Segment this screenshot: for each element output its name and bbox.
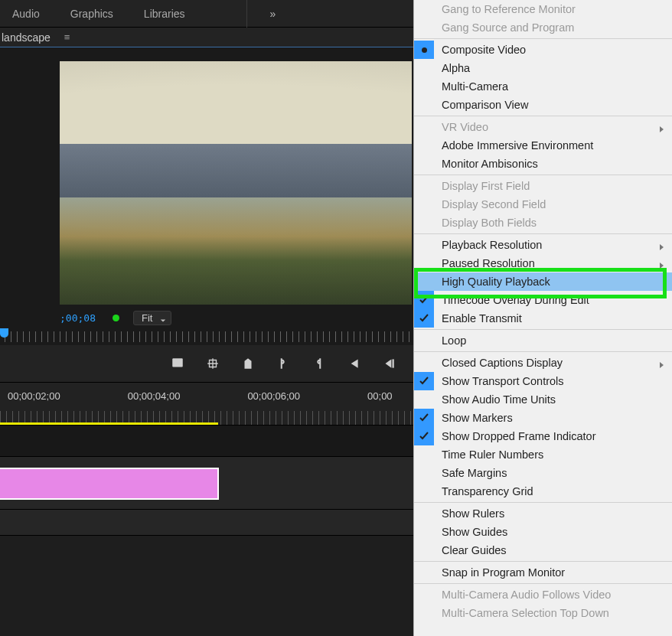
menu-more-icon[interactable]: »: [246, 0, 276, 28]
submenu-arrow-icon: [658, 358, 664, 364]
panel-title: landscape: [2, 31, 51, 44]
menu-graphics[interactable]: Graphics: [70, 8, 113, 20]
go-to-in-icon[interactable]: [347, 357, 360, 370]
menu-item-loop[interactable]: Loop: [414, 331, 672, 350]
menu-audio[interactable]: Audio: [12, 8, 40, 20]
zoom-fit-label: Fit: [142, 312, 152, 324]
menu-item-monitor-ambisonics[interactable]: Monitor Ambisonics: [414, 155, 672, 173]
ruler-label: 00;00;02;00: [8, 390, 60, 402]
submenu-arrow-icon: [658, 259, 664, 265]
menu-item-show-transport[interactable]: Show Transport Controls: [414, 372, 672, 390]
work-area-bar[interactable]: [0, 422, 218, 425]
menu-item-transparency-grid[interactable]: Transparency Grid: [414, 482, 672, 501]
check-on-icon: [414, 309, 434, 328]
menu-item-multi-camera[interactable]: Multi-Camera: [414, 77, 672, 96]
audio-clip[interactable]: [0, 468, 219, 500]
settings-grid-icon[interactable]: [206, 357, 220, 370]
radio-on-icon: [414, 41, 434, 59]
menu-item-gang-source: Gang Source and Program: [414, 18, 672, 37]
mark-out-icon[interactable]: [312, 357, 325, 370]
mark-in-icon[interactable]: [276, 357, 290, 370]
recording-indicator-icon: [113, 315, 119, 321]
menu-item-paused-resolution[interactable]: Paused Resolution: [414, 254, 672, 272]
ruler-label: 00;00;06;00: [247, 390, 300, 402]
menu-item-gang-reference: Gang to Reference Monitor: [414, 0, 672, 18]
menu-item-show-dropped-frame[interactable]: Show Dropped Frame Indicator: [414, 427, 672, 445]
menu-item-mc-selection-topdown: Multi-Camera Selection Top Down: [414, 604, 672, 622]
ruler-label: 00;00;04;00: [128, 390, 181, 402]
check-on-icon: [414, 409, 434, 427]
menu-item-show-rulers[interactable]: Show Rulers: [414, 504, 672, 523]
menu-item-show-audio-units[interactable]: Show Audio Time Units: [414, 390, 672, 409]
menu-item-composite-video[interactable]: Composite Video: [414, 41, 672, 59]
menu-item-enable-transmit[interactable]: Enable Transmit: [414, 309, 672, 328]
menu-item-show-guides[interactable]: Show Guides: [414, 523, 672, 541]
menu-item-comparison-view[interactable]: Comparison View: [414, 96, 672, 114]
menu-item-display-first-field: Display First Field: [414, 177, 672, 195]
menu-item-time-ruler-numbers[interactable]: Time Ruler Numbers: [414, 445, 672, 464]
menu-item-display-both-fields: Display Both Fields: [414, 214, 672, 232]
menu-item-mc-audio-follows: Multi-Camera Audio Follows Video: [414, 585, 672, 604]
menu-item-safe-margins[interactable]: Safe Margins: [414, 464, 672, 482]
timecode-display[interactable]: ;00;08: [60, 312, 96, 324]
step-back-icon[interactable]: [382, 357, 396, 370]
menu-item-vr-video: VR Video: [414, 118, 672, 136]
svg-rect-1: [393, 359, 394, 367]
menu-item-display-second-field: Display Second Field: [414, 195, 672, 214]
menu-item-clear-guides[interactable]: Clear Guides: [414, 541, 672, 559]
submenu-arrow-icon: [658, 240, 664, 246]
panel-menu-icon[interactable]: ≡: [58, 31, 70, 43]
add-marker-icon[interactable]: [171, 357, 184, 370]
svg-rect-0: [172, 358, 183, 367]
menu-item-timecode-overlay[interactable]: Timecode Overlay During Edit: [414, 291, 672, 309]
check-on-icon: [414, 291, 434, 309]
zoom-fit-dropdown[interactable]: Fit: [133, 311, 171, 325]
program-monitor-context-menu: Gang to Reference Monitor Gang Source an…: [413, 0, 672, 636]
chevron-down-icon: [160, 315, 166, 321]
menu-item-snap-program-monitor[interactable]: Snap in Program Monitor: [414, 563, 672, 582]
menu-item-high-quality-playback[interactable]: High Quality Playback: [414, 272, 672, 291]
menu-item-closed-captions[interactable]: Closed Captions Display: [414, 354, 672, 372]
playhead-icon[interactable]: [0, 328, 8, 338]
check-on-icon: [414, 372, 434, 390]
marker-icon[interactable]: [241, 357, 255, 370]
menu-item-adobe-immersive[interactable]: Adobe Immersive Environment: [414, 136, 672, 155]
menu-libraries[interactable]: Libraries: [144, 8, 185, 20]
menu-item-alpha[interactable]: Alpha: [414, 59, 672, 77]
check-on-icon: [414, 427, 434, 445]
menu-item-playback-resolution[interactable]: Playback Resolution: [414, 236, 672, 254]
submenu-arrow-icon: [658, 122, 664, 129]
menu-item-show-markers[interactable]: Show Markers: [414, 409, 672, 427]
video-preview[interactable]: [60, 61, 412, 305]
ruler-label: 00;00: [367, 390, 393, 402]
